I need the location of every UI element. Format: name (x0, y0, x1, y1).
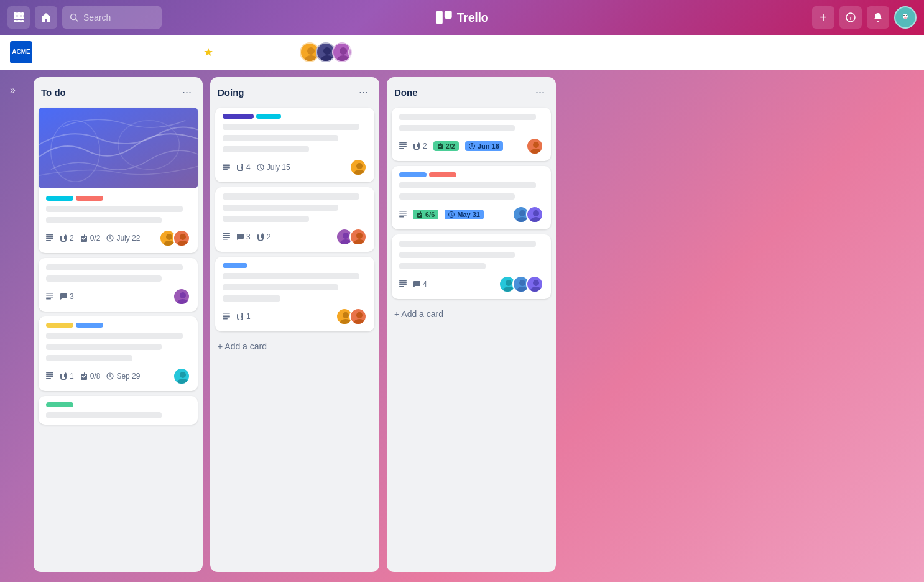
workspace-button[interactable]: Acme, Inc. (234, 44, 292, 61)
notifications-button[interactable] (867, 6, 889, 29)
svg-point-104 (530, 287, 542, 293)
svg-point-19 (904, 17, 907, 19)
svg-rect-86 (399, 211, 407, 212)
svg-rect-66 (223, 239, 228, 240)
date-badge-done: Jun 16 (465, 141, 503, 151)
card-text-line (223, 146, 309, 152)
sidebar-collapse-button[interactable]: » (5, 82, 21, 98)
add-card-button-doing[interactable]: + Add a card (215, 336, 374, 356)
svg-rect-79 (399, 142, 407, 144)
svg-rect-36 (46, 238, 53, 239)
svg-point-67 (343, 233, 349, 239)
column-doing-header: Doing ··· (215, 85, 374, 103)
svg-point-27 (323, 47, 331, 55)
label-teal (46, 196, 73, 201)
board-menu-button[interactable] (40, 44, 76, 60)
card-description-icon (46, 372, 53, 380)
info-button[interactable]: i (839, 6, 862, 29)
date-badge-done2: May 31 (445, 210, 484, 219)
card-meta: 4 July 15 (223, 159, 367, 176)
column-done: Done ··· 2 2/2 Jun 1 (387, 77, 556, 572)
table-row[interactable]: 4 July 15 (215, 108, 374, 182)
svg-point-94 (530, 217, 542, 223)
svg-rect-96 (399, 282, 407, 284)
svg-point-99 (506, 280, 512, 286)
column-todo-menu-button[interactable]: ··· (178, 85, 195, 100)
table-row[interactable]: 2 0/2 July 22 (39, 108, 198, 253)
label-green (46, 402, 73, 407)
table-row[interactable]: 1 0/8 Sep 29 (39, 316, 198, 391)
svg-rect-57 (223, 165, 230, 167)
svg-rect-5 (21, 16, 24, 19)
card-text-line (46, 264, 183, 270)
svg-rect-11 (436, 11, 443, 24)
card-assignees (173, 367, 190, 385)
svg-point-54 (180, 372, 186, 378)
card-text-line (223, 284, 338, 290)
svg-point-39 (166, 234, 172, 240)
card-avatar (526, 206, 543, 223)
card-text-line (399, 182, 536, 188)
add-button[interactable]: + (812, 6, 834, 29)
grid-menu-button[interactable] (7, 6, 30, 29)
svg-point-91 (519, 210, 525, 216)
table-row[interactable]: 2 2/2 Jun 16 (392, 108, 551, 161)
card-text-line (223, 193, 359, 200)
svg-rect-52 (46, 378, 51, 379)
svg-rect-35 (46, 236, 53, 238)
table-row[interactable]: 6/6 May 31 (392, 166, 551, 229)
label-blue (399, 172, 427, 177)
svg-point-17 (903, 15, 905, 16)
svg-rect-74 (223, 318, 228, 320)
card-text-line (223, 273, 359, 279)
card-description-icon (399, 142, 407, 150)
home-button[interactable] (35, 6, 57, 29)
search-bar[interactable]: Search (62, 6, 162, 29)
svg-point-62 (354, 170, 365, 176)
add-card-button-done[interactable]: + Add a card (392, 304, 551, 324)
invite-button[interactable]: Invite (376, 44, 416, 61)
label-cyan (256, 114, 281, 119)
star-board-button[interactable]: ★ (203, 45, 213, 59)
svg-point-101 (519, 280, 525, 286)
card-cover-image (39, 108, 198, 188)
user-avatar[interactable] (894, 6, 917, 29)
svg-point-103 (533, 280, 539, 286)
column-done-menu-button[interactable]: ··· (532, 85, 548, 100)
table-row[interactable]: 1 (215, 257, 374, 331)
svg-rect-72 (223, 315, 230, 316)
card-avatar (349, 308, 367, 325)
card-text-line (223, 216, 309, 222)
label-dark-blue (223, 114, 254, 119)
svg-point-69 (356, 233, 363, 239)
board-title: Project Team Spirit (83, 45, 196, 59)
table-row[interactable]: 3 (39, 258, 198, 312)
svg-rect-49 (46, 372, 53, 374)
column-doing-menu-button[interactable]: ··· (355, 85, 372, 100)
card-labels (46, 196, 190, 201)
card-assignees (349, 159, 367, 176)
svg-rect-46 (46, 298, 51, 300)
card-attachments: 4 (236, 163, 251, 172)
svg-point-75 (343, 312, 349, 318)
table-row[interactable]: 3 2 (215, 187, 374, 252)
table-row[interactable] (39, 396, 198, 425)
app-logo: Trello (436, 11, 488, 25)
column-done-title: Done (394, 87, 418, 98)
board-canvas: » To do ··· (0, 70, 924, 582)
svg-rect-80 (399, 144, 407, 146)
svg-rect-89 (399, 216, 404, 218)
card-comments: 4 (413, 280, 427, 289)
card-meta: 4 (399, 275, 543, 293)
workspace-logo: ACME (10, 41, 32, 63)
card-attachments: 2 (60, 234, 74, 242)
table-row[interactable]: 4 (392, 234, 551, 299)
svg-point-18 (906, 15, 907, 16)
svg-rect-7 (17, 20, 21, 22)
members-overflow-badge[interactable]: +12 (348, 42, 368, 62)
svg-rect-43 (46, 293, 53, 294)
board-more-button[interactable]: ··· (884, 42, 914, 62)
card-labels (46, 323, 190, 328)
svg-rect-4 (17, 16, 21, 19)
card-meta: 6/6 May 31 (399, 206, 543, 223)
